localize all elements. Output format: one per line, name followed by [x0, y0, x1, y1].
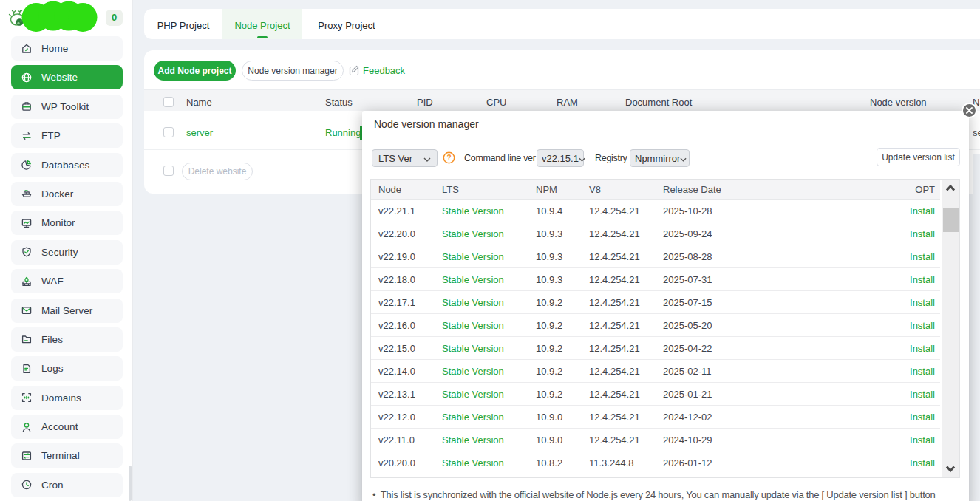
svg-text:?: ? [446, 154, 451, 162]
